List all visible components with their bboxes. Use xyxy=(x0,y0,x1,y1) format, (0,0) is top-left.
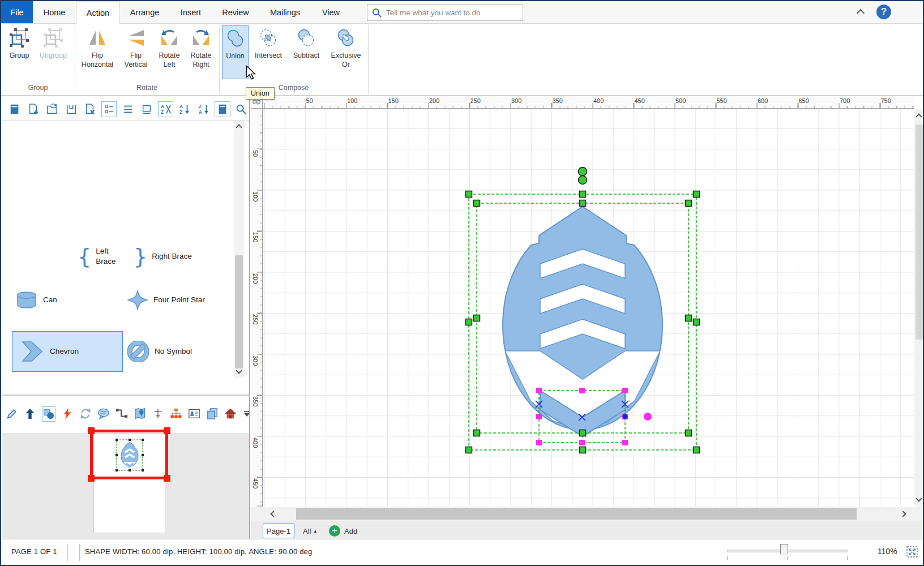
show-document-shapes-icon[interactable] xyxy=(215,101,230,117)
union-label: Union xyxy=(226,52,245,61)
scroll-up-icon[interactable] xyxy=(916,113,922,119)
mouse-cursor xyxy=(245,65,257,80)
tab-insert[interactable]: Insert xyxy=(169,1,212,23)
shape-item-can[interactable]: Can xyxy=(12,284,123,316)
org-chart-icon[interactable] xyxy=(170,406,182,422)
rotate-right-button[interactable]: Rotate Right xyxy=(186,25,216,79)
shape-list-scrollbar[interactable] xyxy=(234,121,244,378)
left-brace-icon: { xyxy=(78,244,91,269)
svg-text:A: A xyxy=(161,104,164,109)
chevron-rotation-handle[interactable] xyxy=(644,413,652,421)
names-view-icon[interactable] xyxy=(139,101,155,117)
list-view-icon[interactable] xyxy=(120,101,135,117)
intersect-icon xyxy=(259,28,278,48)
help-button[interactable]: ? xyxy=(876,5,891,19)
ungroup-button[interactable]: Ungroup xyxy=(36,25,70,79)
exclusive-or-button[interactable]: Exclusive Or xyxy=(327,25,365,79)
drawing-canvas[interactable] xyxy=(263,109,914,507)
contact-card-icon[interactable] xyxy=(188,406,200,422)
shape-item-right-brace[interactable]: } Right Brace xyxy=(123,241,239,272)
add-page-button[interactable]: + Add xyxy=(329,524,357,538)
viewport-corner[interactable] xyxy=(164,475,170,482)
rotate-left-icon xyxy=(159,28,179,48)
rotate-right-label: Rotate Right xyxy=(186,51,216,70)
sort-ascending-icon[interactable]: AZ xyxy=(177,101,192,117)
flip-horizontal-button[interactable]: Flip Horizontal xyxy=(78,25,117,79)
map-pin-icon[interactable] xyxy=(134,406,146,422)
tab-action[interactable]: Action xyxy=(76,1,120,24)
scroll-down-icon[interactable] xyxy=(236,367,242,374)
control-point-dot[interactable] xyxy=(623,414,628,419)
scroll-right-icon[interactable] xyxy=(900,511,906,517)
ruler-label: 450 xyxy=(252,478,259,488)
scrollbar-thumb[interactable] xyxy=(235,255,243,368)
fit-to-window-icon[interactable] xyxy=(906,546,918,558)
tell-me-search[interactable] xyxy=(367,4,523,21)
home-icon[interactable] xyxy=(224,406,237,422)
lightning-icon[interactable] xyxy=(61,406,74,422)
search-input[interactable] xyxy=(386,8,511,17)
rotation-handle[interactable] xyxy=(579,168,587,176)
open-library-icon[interactable] xyxy=(45,101,60,117)
tab-review[interactable]: Review xyxy=(212,1,259,23)
basic-shapes-icon[interactable] xyxy=(42,406,55,422)
shape-item-no-symbol[interactable]: No Symbol xyxy=(123,331,239,372)
save-library-icon[interactable] xyxy=(63,101,79,117)
subtract-icon xyxy=(297,28,316,48)
sort-none-icon[interactable]: AZ xyxy=(158,101,173,117)
edit-icon[interactable] xyxy=(6,406,18,422)
canvas-h-scrollbar[interactable] xyxy=(251,507,914,521)
scroll-down-icon[interactable] xyxy=(916,495,922,501)
collapse-ribbon-icon[interactable] xyxy=(857,9,865,17)
remove-document-icon[interactable] xyxy=(83,101,98,117)
scrollbar-thumb[interactable] xyxy=(296,508,857,520)
viewport-corner[interactable] xyxy=(88,427,95,434)
scroll-left-icon[interactable] xyxy=(270,511,276,517)
sync-arrows-icon[interactable] xyxy=(79,406,92,422)
tab-arrange[interactable]: Arrange xyxy=(120,1,169,23)
flip-horizontal-icon xyxy=(87,28,108,48)
canvas-v-scrollbar[interactable] xyxy=(914,109,924,507)
tab-mailings[interactable]: Mailings xyxy=(259,1,311,23)
main-shape[interactable] xyxy=(503,207,662,430)
library-book-icon[interactable] xyxy=(7,101,22,117)
copy-pages-icon[interactable] xyxy=(206,406,219,422)
viewport-corner[interactable] xyxy=(88,475,95,482)
arrow-up-icon[interactable] xyxy=(24,406,36,422)
comment-bubble-icon[interactable] xyxy=(97,406,110,422)
four-point-star-icon xyxy=(127,290,148,310)
tab-view[interactable]: View xyxy=(311,1,350,23)
rotation-handle[interactable] xyxy=(579,176,587,185)
shape-item-four-point-star[interactable]: Four Point Star xyxy=(123,284,239,316)
subtract-button[interactable]: Subtract xyxy=(289,25,323,79)
slider-tick xyxy=(727,556,728,560)
tab-file[interactable]: File xyxy=(1,1,33,23)
viewport-corner[interactable] xyxy=(164,427,170,434)
library-toolbar: AZ AZ ZA xyxy=(2,98,249,121)
thumbnails-view-icon[interactable] xyxy=(101,101,117,117)
panel-divider-vertical[interactable] xyxy=(249,96,250,564)
flip-vertical-button[interactable]: Flip Vertical xyxy=(118,25,154,79)
rotate-left-label: Rotate Left xyxy=(155,51,183,70)
shape-item-l-shape[interactable]: L Shape xyxy=(123,371,239,378)
shape-item-frame-corner[interactable]: Frame Corner xyxy=(12,371,123,378)
ungroup-icon xyxy=(44,28,63,48)
scrollbar-thumb[interactable] xyxy=(916,125,923,340)
ruler-label: 550 xyxy=(717,97,727,104)
guide-lines-icon[interactable] xyxy=(152,406,164,422)
connector-icon[interactable] xyxy=(116,406,128,422)
shape-item-left-brace[interactable]: { Left Brace xyxy=(12,241,123,272)
chevron-shape-icon xyxy=(22,341,44,362)
scroll-up-icon[interactable] xyxy=(236,124,242,130)
tab-home[interactable]: Home xyxy=(33,1,76,23)
rotate-left-button[interactable]: Rotate Left xyxy=(155,25,183,79)
sort-descending-icon[interactable]: ZA xyxy=(196,101,211,117)
page-tab-page-1[interactable]: Page-1 xyxy=(263,524,294,538)
page-filter-all[interactable]: All ▴ xyxy=(303,524,316,538)
shape-item-chevron[interactable]: Chevron xyxy=(12,331,123,372)
ruler-label: 350 xyxy=(252,396,259,406)
new-document-icon[interactable] xyxy=(25,101,41,117)
group-button[interactable]: Group xyxy=(5,25,34,79)
search-shapes-icon[interactable] xyxy=(234,101,249,117)
ruler-label: 750 xyxy=(881,97,891,104)
